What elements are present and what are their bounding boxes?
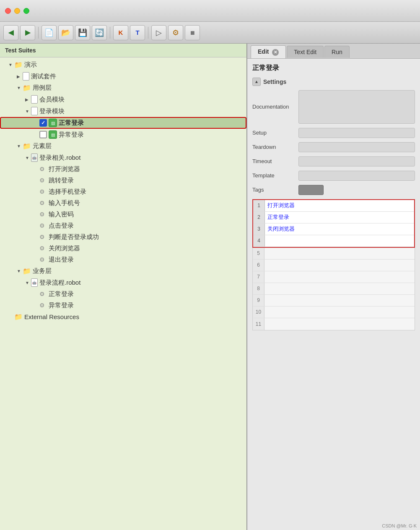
tree-item-testsuite[interactable]: ▶ 测试套件 [0, 70, 246, 82]
row-cell-6[interactable] [264, 260, 415, 271]
toggle-arrow: ▶ [25, 97, 31, 102]
tree-item-yanzhi[interactable]: ▼ 📁 演示 [0, 59, 246, 70]
main-layout: Test Suites ▼ 📁 演示 ▶ 测试套件 ▼ 📁 用例层 [0, 44, 420, 530]
tree-item-click-login[interactable]: ⚙ 点击登录 [0, 220, 246, 231]
setup-label: Setup [252, 130, 298, 136]
timeout-value[interactable] [298, 156, 415, 166]
toggle-arrow: ▼ [25, 281, 31, 285]
table-row: 9 [253, 295, 415, 307]
back-button[interactable]: ◀ [3, 25, 18, 40]
row-cell-8[interactable] [264, 283, 415, 294]
tree-item-abnormal-login-2[interactable]: ⚙ 异常登录 [0, 300, 246, 311]
template-label: Template [252, 172, 298, 179]
documentation-value[interactable] [298, 90, 415, 124]
row-cell-2[interactable]: 正常登录 [265, 212, 414, 223]
setup-value[interactable] [298, 128, 415, 138]
row-cell-1[interactable]: 打开浏览器 [265, 200, 414, 211]
close-button[interactable] [5, 8, 11, 14]
row-cell-9[interactable] [264, 295, 415, 306]
watermark: CSDN @Mr. G·K [382, 523, 417, 528]
tree-item-close-browser[interactable]: ⚙ 关闭浏览器 [0, 243, 246, 254]
tree-item-normal-login-2[interactable]: ⚙ 正常登录 [0, 288, 246, 300]
row-number-4: 4 [253, 235, 265, 247]
k-button[interactable]: K [113, 25, 128, 40]
tree-item-yongli[interactable]: ▼ 📁 用例层 [0, 82, 246, 94]
tree-item-normal-login[interactable]: ▤ 正常登录 [0, 117, 246, 129]
tree-label: 输入手机号 [49, 199, 80, 207]
tree-label: 正常登录 [49, 290, 74, 298]
timeout-row: Timeout [252, 156, 415, 167]
t-button[interactable]: T [130, 25, 145, 40]
tree-item-denglu-robot[interactable]: ▼ 🤖 登录相关.robot [0, 152, 246, 164]
tree-item-logout[interactable]: ⚙ 退出登录 [0, 254, 246, 265]
tab-edit[interactable]: Edit ✕ [251, 45, 286, 58]
folder-icon: 📁 [23, 142, 31, 150]
toggle-arrow: ▼ [17, 269, 23, 273]
checkbox-checked-icon[interactable] [39, 119, 47, 127]
row-number-6: 6 [253, 260, 264, 271]
new-file-button[interactable]: 📄 [41, 25, 57, 40]
refresh-button[interactable]: 🔄 [92, 25, 107, 40]
row-number-8: 8 [253, 283, 264, 294]
row-cell-4[interactable] [265, 235, 414, 247]
run-button[interactable]: ▷ [151, 25, 166, 40]
tab-edit-close[interactable]: ✕ [272, 49, 279, 56]
toggle-arrow: ▶ [17, 74, 23, 79]
tree-item-abnormal-login[interactable]: ▤ 异常登录 [0, 129, 246, 140]
tree-item-open-browser[interactable]: ⚙ 打开浏览器 [0, 164, 246, 175]
teardown-value[interactable] [298, 142, 415, 152]
settings-gear-button[interactable]: ⚙ [168, 25, 183, 40]
toolbar-separator-1 [38, 27, 39, 39]
row-cell-3[interactable]: 关闭浏览器 [265, 223, 414, 235]
documentation-label: Documentation [252, 104, 298, 110]
save-button[interactable]: 💾 [75, 25, 90, 40]
forward-button[interactable]: ▶ [20, 25, 35, 40]
tree-item-verify-login[interactable]: ⚙ 判断是否登录成功 [0, 231, 246, 243]
row-cell-7[interactable] [264, 271, 415, 283]
teardown-row: Teardown [252, 141, 415, 153]
tree-label: 用例层 [33, 84, 52, 92]
chevron-up-icon[interactable]: ▲ [252, 78, 261, 86]
checkbox-unchecked-icon[interactable] [39, 131, 47, 138]
tab-text-edit[interactable]: Text Edit [287, 46, 324, 58]
row-number-10: 10 [253, 307, 264, 318]
row-cell-5[interactable] [264, 248, 415, 259]
gear-icon: ⚙ [39, 291, 47, 298]
tree-label: 打开浏览器 [49, 165, 80, 173]
tags-button[interactable] [298, 185, 324, 195]
tree-item-input-password[interactable]: ⚙ 输入密码 [0, 209, 246, 220]
tree-item-jump-login[interactable]: ⚙ 跳转登录 [0, 175, 246, 186]
row-cell-10[interactable] [264, 307, 415, 318]
template-value[interactable] [298, 171, 415, 181]
table-row: 5 [253, 248, 415, 260]
minimize-button[interactable] [14, 8, 20, 14]
tree-label: 登录模块 [39, 107, 65, 115]
tree-item-huiyuan[interactable]: ▶ 会员模块 [0, 94, 246, 105]
tree-label: 登录相关.robot [39, 154, 80, 162]
tree-item-element-layer[interactable]: ▼ 📁 元素层 [0, 140, 246, 152]
table-row: 6 [253, 260, 415, 271]
tree-item-login-flow-robot[interactable]: ▼ 🤖 登录流程.robot [0, 277, 246, 288]
tree-item-select-phone-login[interactable]: ⚙ 选择手机登录 [0, 186, 246, 197]
row-cell-11[interactable] [264, 318, 415, 330]
tree-container: ▼ 📁 演示 ▶ 测试套件 ▼ 📁 用例层 ▶ 会员模块 [0, 57, 246, 324]
row-number-2: 2 [253, 212, 265, 223]
tree-item-input-phone[interactable]: ⚙ 输入手机号 [0, 197, 246, 209]
open-folder-button[interactable]: 📂 [58, 25, 73, 40]
tree-item-external-resources[interactable]: 📁 External Resources [0, 311, 246, 322]
tab-run-label: Run [332, 49, 342, 55]
gear-icon: ⚙ [39, 188, 47, 196]
settings-label: Settings [263, 78, 286, 85]
robot-file-icon: 🤖 [31, 153, 38, 162]
row-number-11: 11 [253, 318, 264, 330]
gear-icon: ⚙ [39, 256, 47, 264]
stop-button[interactable]: ⏹ [185, 25, 200, 40]
maximize-button[interactable] [23, 8, 29, 14]
tree-item-business-layer[interactable]: ▼ 📁 业务层 [0, 265, 246, 277]
gear-icon: ⚙ [39, 177, 47, 184]
folder-icon: 📁 [23, 267, 31, 275]
row-number-3: 3 [253, 223, 265, 235]
tree-label: External Resources [24, 313, 79, 320]
tree-item-denglu-module[interactable]: ▼ 登录模块 [0, 105, 246, 117]
tab-run[interactable]: Run [324, 46, 350, 58]
